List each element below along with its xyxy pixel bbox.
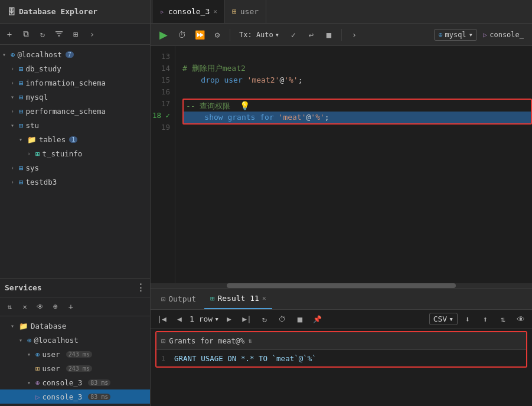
services-close-btn[interactable]: ✕ bbox=[18, 300, 32, 314]
line-numbers: 13 14 15 16 17 18 ✓ 19 bbox=[151, 46, 175, 283]
info-schema-label: information_schema bbox=[26, 78, 106, 87]
result-data-row: 1 GRANT USAGE ON *.* TO `meat`@`%` bbox=[156, 350, 526, 366]
tree-item-perf-schema[interactable]: › ⊞ performance_schema bbox=[0, 104, 150, 118]
tree-item-db-study[interactable]: › ⊞ db_study bbox=[0, 61, 150, 76]
tab-console-3[interactable]: ▹ console_3 ✕ bbox=[153, 0, 225, 23]
rows-indicator[interactable]: 1 row ▾ bbox=[190, 315, 219, 323]
console3-svc-label: console_3 bbox=[43, 378, 83, 387]
row-number: 1 bbox=[161, 355, 169, 362]
services-move-btn[interactable]: ⇅ bbox=[2, 300, 17, 314]
console-badge[interactable]: ▷ console_ bbox=[479, 30, 527, 40]
mysql-label: mysql bbox=[26, 93, 48, 102]
clock-button[interactable]: ⏱ bbox=[174, 27, 190, 42]
result-swap-btn[interactable]: ⇅ bbox=[495, 312, 511, 327]
localhost-svc-label: @localhost bbox=[34, 336, 79, 345]
line-num-13: 13 bbox=[151, 51, 175, 63]
mysql-icon: ⊕ bbox=[438, 31, 442, 39]
db-explorer-icon: 🗄 bbox=[7, 7, 15, 17]
result-eye-btn[interactable]: 👁 bbox=[513, 312, 528, 327]
table-view-button[interactable]: ⊞ bbox=[68, 27, 83, 41]
tx-chevron: ▾ bbox=[275, 31, 279, 39]
add-button[interactable]: + bbox=[2, 27, 17, 41]
tree-item-t-stuinfo[interactable]: › ⊞ t_stuinfo bbox=[0, 146, 150, 161]
result-11-tab[interactable]: ⊞ Result 11 ✕ bbox=[204, 289, 272, 309]
services-tree-console3-query[interactable]: ▾ ⊕ console_3 83 ms bbox=[0, 375, 150, 389]
result-next-btn[interactable]: ▶ bbox=[221, 312, 237, 327]
code-line-17: -- 查询权限 💡 bbox=[184, 100, 531, 112]
mysql-badge[interactable]: ⊕ mysql ▾ bbox=[434, 29, 477, 41]
result-last-btn[interactable]: ▶| bbox=[239, 312, 254, 327]
main-split: + ⧉ ↻ ⊞ › ▾ ⊕ @localhost 7 › ⊞ db_study bbox=[0, 24, 532, 406]
result-download-btn[interactable]: ⬇ bbox=[460, 312, 475, 327]
result-upload-btn[interactable]: ⬆ bbox=[478, 312, 493, 327]
result-header-row: ⊡ Grants for meat@% ⇅ bbox=[156, 332, 526, 350]
copy-button[interactable]: ⧉ bbox=[19, 27, 33, 41]
tree-item-sys[interactable]: › ⊞ sys bbox=[0, 161, 150, 175]
result-11-tab-close[interactable]: ✕ bbox=[262, 294, 266, 302]
db-icon-info-schema: ⊞ bbox=[19, 78, 24, 87]
code-line-15: drop user 'meat2'@'%'; bbox=[182, 74, 532, 86]
more-toolbar-button[interactable]: › bbox=[347, 27, 362, 42]
expand-arrow-t-stuinfo: › bbox=[27, 150, 33, 157]
services-tree-user-table[interactable]: ⊞ user 243 ms bbox=[0, 361, 150, 375]
result-right-toolbar: CSV ▾ ⬇ ⬆ ⇅ 👁 bbox=[429, 312, 528, 327]
column-icon: ⊡ bbox=[161, 337, 165, 345]
run-button[interactable]: ▶ bbox=[155, 27, 172, 43]
result-stop-btn[interactable]: ■ bbox=[292, 312, 308, 327]
code-lines[interactable]: # 删除用户meat2 drop user 'meat2'@'%'; -- 查询… bbox=[175, 46, 532, 283]
expand-arrow-testdb3: › bbox=[11, 179, 17, 185]
user-svc-badge: 243 ms bbox=[66, 351, 92, 358]
stu-label: stu bbox=[26, 121, 40, 130]
console3-active-badge: 83 ms bbox=[88, 394, 110, 400]
db-explorer-label: Database Explorer bbox=[19, 7, 97, 16]
result-clock-btn[interactable]: ⏱ bbox=[275, 312, 290, 327]
result-refresh-btn[interactable]: ↻ bbox=[257, 312, 272, 327]
run-all-button[interactable]: ⏩ bbox=[192, 27, 207, 42]
user-table-svc-badge: 243 ms bbox=[66, 365, 92, 372]
horizontal-scrollbar[interactable] bbox=[151, 283, 532, 288]
expand-arrow-database-svc: ▾ bbox=[11, 323, 17, 329]
services-eye-btn[interactable]: 👁 bbox=[33, 300, 47, 314]
tab-user[interactable]: ⊞ user bbox=[225, 0, 266, 23]
undo-button[interactable]: ↩ bbox=[303, 27, 319, 42]
mysql-chevron: ▾ bbox=[469, 31, 473, 39]
svg-rect-1 bbox=[57, 33, 61, 34]
services-tree-console3-active[interactable]: ▷ console_3 83 ms bbox=[0, 389, 150, 404]
result-prev-btn[interactable]: ◀ bbox=[172, 312, 187, 327]
tree-item-tables[interactable]: ▾ 📁 tables 1 bbox=[0, 132, 150, 146]
result-table: ⊡ Grants for meat@% ⇅ 1 GRANT USAGE ON *… bbox=[155, 331, 527, 368]
tree-item-stu[interactable]: ▾ ⊞ stu bbox=[0, 118, 150, 132]
result-content: ⊡ Grants for meat@% ⇅ 1 GRANT USAGE ON *… bbox=[151, 329, 532, 406]
tx-dropdown[interactable]: Tx: Auto ▾ bbox=[235, 29, 283, 41]
stop-button[interactable]: ■ bbox=[321, 27, 337, 42]
refresh-button[interactable]: ↻ bbox=[35, 27, 50, 41]
tree-item-localhost[interactable]: ▾ ⊕ @localhost 7 bbox=[0, 47, 150, 61]
bottom-tabs: ⊡ Output ⊞ Result 11 ✕ bbox=[151, 289, 532, 310]
services-add-btn[interactable]: ⊕ bbox=[48, 300, 63, 314]
services-more-icon[interactable]: ⋮ bbox=[136, 282, 145, 293]
result-pin-btn[interactable]: 📌 bbox=[310, 312, 325, 327]
tree-item-mysql[interactable]: ▾ ⊞ mysql bbox=[0, 90, 150, 104]
output-tab[interactable]: ⊡ Output bbox=[155, 289, 202, 309]
tree-item-info-schema[interactable]: › ⊞ information_schema bbox=[0, 76, 150, 90]
server-icon-localhost: ⊕ bbox=[11, 50, 15, 59]
services-tree-database[interactable]: ▾ 📁 Database bbox=[0, 319, 150, 333]
more-button[interactable]: › bbox=[85, 27, 99, 41]
csv-label: CSV bbox=[433, 315, 447, 323]
console-3-tab-close[interactable]: ✕ bbox=[213, 8, 217, 15]
filter-button[interactable] bbox=[52, 27, 66, 41]
line-num-18: 18 ✓ bbox=[151, 110, 175, 122]
services-plus-btn[interactable]: + bbox=[64, 300, 78, 314]
console-label: console_ bbox=[489, 31, 524, 39]
services-panel: Services ⋮ ⇅ ✕ 👁 ⊕ + ▾ 📁 Database ▾ bbox=[0, 278, 150, 406]
result-first-btn[interactable]: |◀ bbox=[154, 312, 169, 327]
csv-dropdown[interactable]: CSV ▾ bbox=[429, 313, 458, 325]
tree-item-testdb3[interactable]: › ⊞ testdb3 bbox=[0, 175, 150, 189]
settings-button[interactable]: ⚙ bbox=[210, 27, 225, 42]
services-tree-user-query[interactable]: ▾ ⊕ user 243 ms bbox=[0, 347, 150, 361]
bottom-panel: ⊡ Output ⊞ Result 11 ✕ |◀ ◀ 1 row ▾ ▶ ▶| bbox=[151, 288, 532, 406]
expand-arrow-tables: ▾ bbox=[19, 136, 25, 143]
check-button[interactable]: ✓ bbox=[286, 27, 301, 42]
services-tree-localhost[interactable]: ▾ ⊕ @localhost bbox=[0, 333, 150, 347]
services-tree: ▾ 📁 Database ▾ ⊕ @localhost ▾ ⊕ user 243… bbox=[0, 316, 150, 406]
